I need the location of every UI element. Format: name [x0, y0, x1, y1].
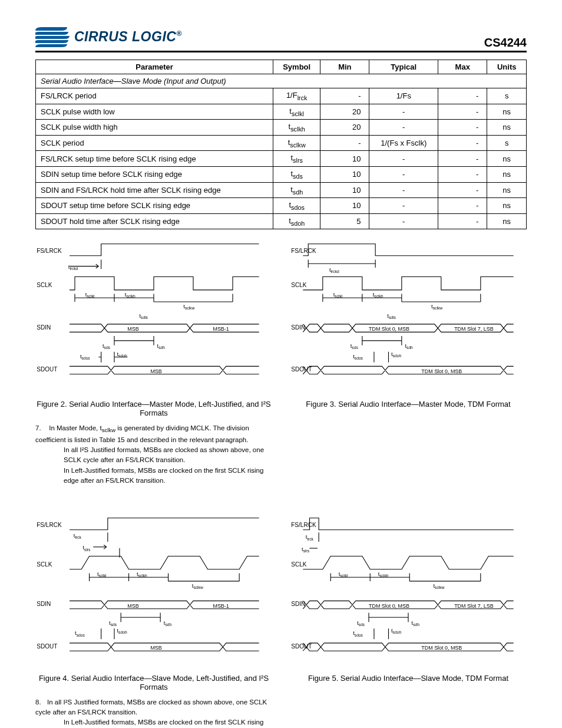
- svg-text:tsclkw: tsclkw: [433, 582, 444, 589]
- svg-text:SDIN: SDIN: [37, 324, 51, 331]
- svg-text:tsds: tsds: [109, 620, 117, 627]
- svg-text:tsdh: tsdh: [157, 342, 166, 350]
- svg-text:TDM Slot 7, LSB: TDM Slot 7, LSB: [454, 603, 493, 609]
- cirrus-logo-icon: [35, 24, 71, 50]
- svg-text:tslrs: tslrs: [82, 544, 91, 551]
- table-row: SDOUT hold time after SCLK rising edgets…: [36, 213, 527, 229]
- svg-text:tlrckd: tlrckd: [329, 266, 339, 274]
- svg-text:tslrs: tslrs: [302, 546, 310, 553]
- spec-table: Parameter Symbol Min Typical Max Units S…: [35, 60, 527, 229]
- svg-text:SDOUT: SDOUT: [37, 367, 57, 373]
- svg-text:tsclkh: tsclkh: [378, 571, 389, 578]
- svg-text:tsdh: tsdh: [164, 620, 172, 627]
- svg-text:FS/LRCK: FS/LRCK: [37, 248, 62, 255]
- svg-text:TDM Slot 7, LSB: TDM Slot 7, LSB: [454, 326, 493, 332]
- svg-text:tsdh: tsdh: [412, 620, 420, 627]
- svg-text:MSB: MSB: [150, 368, 161, 374]
- svg-text:tlrck: tlrck: [74, 532, 82, 539]
- svg-text:tsdoh: tsdoh: [117, 351, 127, 358]
- svg-text:MSB: MSB: [150, 645, 161, 651]
- svg-text:tsdos: tsdos: [353, 630, 363, 637]
- svg-text:FS/LRCK: FS/LRCK: [291, 522, 316, 528]
- svg-text:tsdos: tsdos: [75, 630, 85, 637]
- table-row: FS/LRCK period1/Flrck-1/Fs-s: [36, 88, 527, 104]
- table-row: SDOUT setup time before SCLK rising edge…: [36, 198, 527, 214]
- svg-text:MSB-1: MSB-1: [213, 603, 229, 609]
- table-row: SCLK pulse width lowtsclkl20--ns: [36, 104, 527, 120]
- section-title: Serial Audio Interface—Slave Mode (Input…: [36, 74, 527, 88]
- table-row: FS/LRCK setup time before SCLK rising ed…: [36, 151, 527, 167]
- figure-3: FS/LRCK tlrckd SCLK tsclkl tsclkh tsclkw…: [290, 240, 527, 503]
- svg-text:MSB-1: MSB-1: [213, 326, 229, 332]
- svg-text:tsds: tsds: [103, 342, 111, 350]
- svg-text:tsclkh: tsclkh: [137, 571, 147, 578]
- svg-text:tlrck: tlrck: [306, 534, 314, 541]
- svg-text:SCLK: SCLK: [37, 282, 52, 289]
- svg-text:FS/LRCK: FS/LRCK: [37, 522, 62, 528]
- svg-text:MSB: MSB: [127, 326, 138, 332]
- svg-text:tsclkh: tsclkh: [125, 291, 135, 298]
- svg-text:TDM Slot 0, MSB: TDM Slot 0, MSB: [369, 326, 409, 332]
- svg-text:tsdos: tsdos: [80, 353, 90, 360]
- svg-text:tsdls: tsdls: [139, 312, 148, 319]
- svg-text:TDM Slot 0, MSB: TDM Slot 0, MSB: [369, 603, 409, 609]
- svg-text:tsclkl: tsclkl: [85, 291, 95, 298]
- svg-text:tsdoh: tsdoh: [391, 627, 401, 634]
- svg-text:SCLK: SCLK: [291, 282, 307, 289]
- svg-text:tsds: tsds: [357, 620, 365, 627]
- svg-text:tsclkl: tsclkl: [339, 571, 348, 578]
- fig2-caption: Figure 2. Serial Audio Interface—Master …: [35, 400, 272, 417]
- th-parameter: Parameter: [36, 60, 273, 74]
- figure-2: FS/LRCK tlrckd SCLK tsclkl tsclkh tsclkw…: [35, 240, 272, 503]
- svg-text:tsclkw: tsclkw: [183, 303, 194, 310]
- svg-text:tsclkw: tsclkw: [431, 303, 442, 310]
- figure-5: FS/LRCK tlrck tslrs SCLK tsclkl tsclkh t…: [290, 514, 527, 728]
- svg-text:tsds: tsds: [351, 342, 359, 350]
- fig4-caption: Figure 4. Serial Audio Interface—Slave M…: [35, 674, 272, 691]
- svg-text:tlrckd: tlrckd: [68, 263, 78, 271]
- brand-logo: CIRRUS LOGIC®: [35, 24, 182, 50]
- svg-text:MSB: MSB: [127, 603, 138, 609]
- svg-text:SCLK: SCLK: [291, 561, 307, 568]
- svg-text:SCLK: SCLK: [37, 561, 52, 568]
- svg-text:tsclkl: tsclkl: [333, 291, 343, 298]
- fig5-caption: Figure 5. Serial Audio Interface—Slave M…: [290, 674, 527, 683]
- fig3-caption: Figure 3. Serial Audio Interface—Master …: [290, 400, 527, 409]
- svg-text:tsdls: tsdls: [387, 312, 396, 319]
- page-header: CIRRUS LOGIC® CS4244: [35, 24, 527, 52]
- brand-name: CIRRUS LOGIC®: [74, 29, 182, 45]
- svg-text:tsclkl: tsclkl: [97, 571, 107, 578]
- fig4-note: 8.In all I²S Justified formats, MSBs are…: [35, 697, 272, 728]
- svg-text:SDIN: SDIN: [291, 601, 305, 607]
- fig2-note: 7. In Master Mode, tsclkw is generated b…: [35, 423, 272, 486]
- figure-4: FS/LRCK tlrck tslrs SCLK tsclkl tsclkh t…: [35, 514, 272, 728]
- svg-text:tsdoh: tsdoh: [391, 351, 401, 358]
- th-min: Min: [320, 60, 369, 74]
- svg-text:tsdoh: tsdoh: [117, 627, 127, 634]
- table-row: SDIN setup time before SCLK rising edget…: [36, 166, 527, 182]
- svg-text:FS/LRCK: FS/LRCK: [291, 248, 316, 255]
- svg-text:SDOUT: SDOUT: [37, 643, 57, 650]
- table-row: SCLK periodtsclkw-1/(Fs x Fsclk)-s: [36, 135, 527, 151]
- th-typ: Typical: [369, 60, 438, 74]
- th-units: Units: [487, 60, 527, 74]
- th-symbol: Symbol: [273, 60, 320, 74]
- svg-text:SDIN: SDIN: [291, 324, 305, 331]
- th-max: Max: [438, 60, 487, 74]
- svg-text:tsdos: tsdos: [353, 353, 363, 360]
- product-name: CS4244: [484, 36, 527, 50]
- svg-text:tsdh: tsdh: [405, 342, 413, 350]
- svg-text:TDM Slot 0, MSB: TDM Slot 0, MSB: [421, 645, 462, 651]
- svg-text:TDM Slot 0, MSB: TDM Slot 0, MSB: [421, 368, 462, 374]
- table-row: SDIN and FS/LRCK hold time after SCLK ri…: [36, 182, 527, 198]
- table-row: SCLK pulse width hightsclkh20--ns: [36, 120, 527, 136]
- svg-text:tsclkw: tsclkw: [192, 582, 203, 589]
- svg-text:tsclkh: tsclkh: [373, 291, 384, 298]
- svg-text:SDIN: SDIN: [37, 601, 51, 607]
